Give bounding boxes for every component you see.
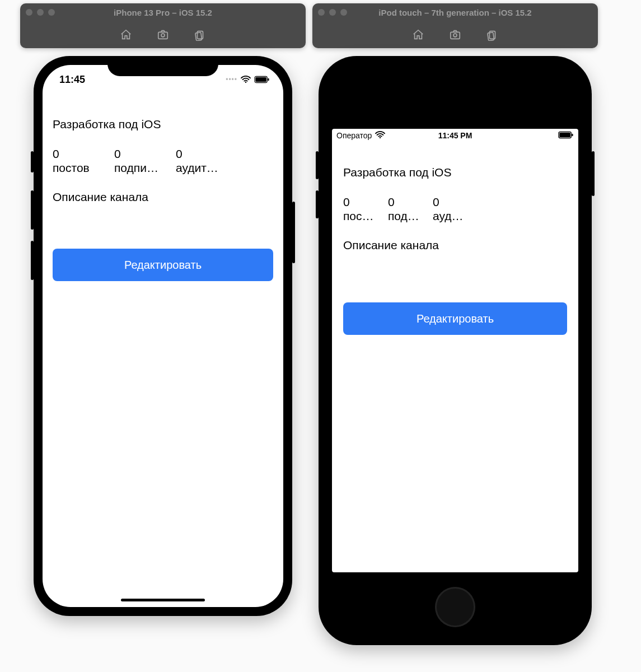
svg-rect-14 (559, 132, 570, 137)
window-zoom-button[interactable] (48, 9, 55, 16)
device-notch (107, 56, 218, 76)
screenshot-icon[interactable] (449, 29, 461, 41)
carrier-label: Оператор (336, 131, 372, 140)
stat-label: постов (53, 161, 100, 175)
window-title: iPod touch – 7th generation – iOS 15.2 (347, 8, 563, 17)
home-icon[interactable] (120, 29, 132, 41)
channel-description-label: Описание канала (343, 239, 567, 252)
window-titlebar[interactable]: iPod touch – 7th generation – iOS 15.2 (312, 3, 598, 21)
window-titlebar[interactable]: iPhone 13 Pro – iOS 15.2 (20, 3, 306, 21)
battery-icon (254, 76, 270, 83)
stat-audience: 0 аудитория (176, 147, 223, 175)
window-zoom-button[interactable] (340, 9, 347, 16)
cellular-indicator-icon: •••• (226, 76, 237, 83)
stat-value: 0 (433, 195, 466, 209)
wifi-icon (241, 76, 251, 83)
channel-screen: Разработка под iOS 0 постов 0 подписчико… (332, 142, 578, 335)
device-ipod-touch: Оператор 11:45 PM Разработка под iOS 0 п… (319, 56, 592, 645)
svg-rect-3 (195, 32, 202, 41)
stat-label: подписчиков (114, 161, 161, 175)
home-button[interactable] (435, 587, 475, 627)
stat-label: аудитория (433, 209, 466, 223)
rotate-icon[interactable] (194, 29, 206, 41)
side-button[interactable] (292, 202, 295, 263)
screenshot-icon[interactable] (157, 29, 169, 41)
channel-stats: 0 постов 0 подписчиков 0 аудитория (53, 147, 273, 175)
simulator-window-iphone13: iPhone 13 Pro – iOS 15.2 (20, 3, 306, 48)
window-minimize-button[interactable] (37, 9, 44, 16)
channel-title: Разработка под iOS (53, 118, 273, 131)
battery-icon (558, 131, 574, 141)
stat-posts: 0 постов (343, 195, 377, 223)
simulator-toolbar (312, 21, 598, 48)
channel-stats: 0 постов 0 подписчиков 0 аудитория (343, 195, 567, 223)
svg-point-1 (161, 34, 165, 37)
stat-label: подписчиков (388, 209, 422, 223)
stat-label: аудитория (176, 161, 223, 175)
channel-screen: Разработка под iOS 0 постов 0 подписчико… (43, 94, 283, 281)
simulator-window-ipod: iPod touch – 7th generation – iOS 15.2 (312, 3, 598, 48)
stat-value: 0 (388, 195, 422, 209)
mute-switch[interactable] (31, 151, 34, 172)
simulator-toolbar (20, 21, 306, 48)
stat-subscribers: 0 подписчиков (388, 195, 422, 223)
window-close-button[interactable] (26, 9, 32, 16)
rotate-icon[interactable] (486, 29, 498, 41)
window-minimize-button[interactable] (329, 9, 336, 16)
channel-title: Разработка под iOS (343, 166, 567, 179)
device-screen[interactable]: 11:45 •••• Разработка под iOS 0 постов (43, 65, 283, 607)
edit-button[interactable]: Редактировать (343, 302, 567, 335)
stat-posts: 0 постов (53, 147, 100, 175)
volume-down-button[interactable] (31, 241, 34, 280)
stat-subscribers: 0 подписчиков (114, 147, 161, 175)
device-iphone13pro: 11:45 •••• Разработка под iOS 0 постов (34, 56, 292, 616)
status-time: 11:45 PM (438, 131, 472, 140)
stat-value: 0 (343, 195, 377, 209)
volume-up-button[interactable] (31, 190, 34, 230)
status-bar: Оператор 11:45 PM (332, 129, 578, 142)
edit-button[interactable]: Редактировать (53, 249, 273, 281)
volume-down-button[interactable] (316, 190, 319, 218)
svg-point-8 (245, 81, 247, 83)
stat-value: 0 (176, 147, 223, 161)
svg-rect-10 (255, 77, 266, 82)
sleep-wake-button[interactable] (592, 151, 595, 196)
window-close-button[interactable] (318, 9, 325, 16)
home-indicator[interactable] (121, 599, 205, 601)
wifi-icon (375, 131, 385, 141)
channel-description-label: Описание канала (53, 190, 273, 204)
stat-value: 0 (53, 147, 100, 161)
svg-rect-7 (488, 32, 494, 41)
svg-rect-11 (268, 78, 269, 81)
svg-point-12 (380, 137, 381, 138)
status-time: 11:45 (59, 74, 85, 86)
device-screen[interactable]: Оператор 11:45 PM Разработка под iOS 0 п… (332, 129, 578, 572)
svg-point-5 (453, 34, 457, 37)
svg-rect-15 (572, 133, 573, 136)
home-icon[interactable] (412, 29, 424, 41)
window-title: iPhone 13 Pro – iOS 15.2 (55, 8, 271, 17)
stat-value: 0 (114, 147, 161, 161)
stat-label: постов (343, 209, 377, 223)
volume-up-button[interactable] (316, 151, 319, 179)
stat-audience: 0 аудитория (433, 195, 466, 223)
